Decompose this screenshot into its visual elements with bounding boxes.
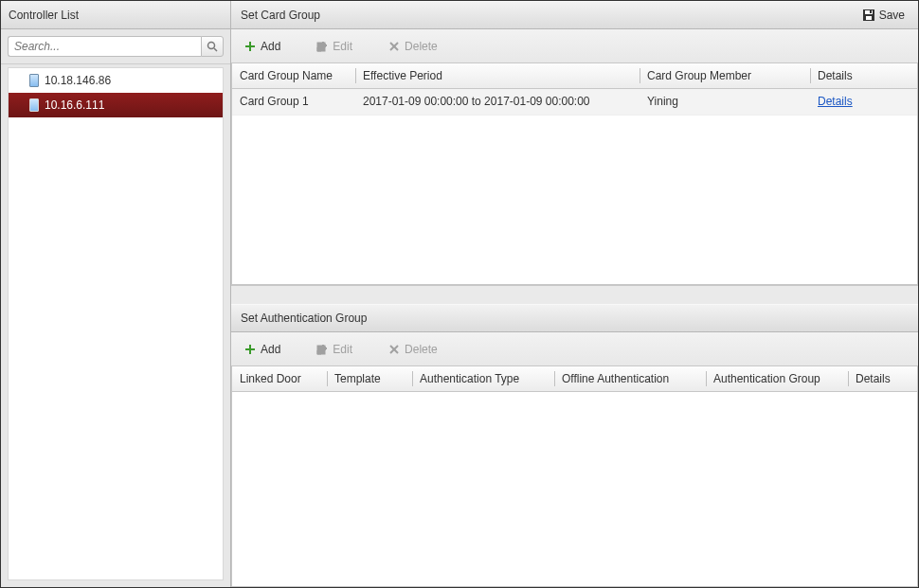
edit-label: Edit (333, 40, 352, 53)
save-label: Save (879, 9, 905, 22)
details-link[interactable]: Details (818, 95, 853, 108)
col-name[interactable]: Card Group Name (232, 63, 355, 88)
device-icon (29, 98, 39, 112)
plus-icon (244, 344, 256, 355)
search-bar (1, 29, 230, 64)
card-group-header: Set Card Group Save (231, 1, 918, 29)
col-member[interactable]: Card Group Member (640, 63, 810, 88)
panel-gap (231, 285, 918, 304)
add-button[interactable]: Add (244, 343, 280, 356)
svg-rect-7 (245, 45, 255, 47)
col-details[interactable]: Details (810, 63, 917, 88)
main-area: Set Card Group Save Add (231, 1, 918, 587)
svg-point-0 (208, 43, 215, 49)
controller-label: 10.16.6.111 (45, 98, 104, 112)
svg-rect-12 (245, 348, 255, 350)
svg-rect-5 (870, 10, 872, 13)
table-row[interactable]: Card Group 1 2017-01-09 00:00:00 to 2017… (232, 88, 917, 115)
delete-icon (388, 41, 400, 52)
save-button[interactable]: Save (858, 7, 909, 24)
delete-button[interactable]: Delete (388, 343, 438, 356)
delete-label: Delete (405, 343, 438, 356)
controller-list: 10.18.146.86 10.16.6.111 (8, 67, 224, 580)
save-icon (862, 9, 875, 22)
col-authtype[interactable]: Authentication Type (412, 366, 554, 391)
auth-group-header: Set Authentication Group (231, 304, 918, 332)
auth-group-table-wrap: Linked Door Template Authentication Type… (231, 366, 918, 587)
card-group-toolbar: Add Edit Delete (231, 29, 918, 63)
card-group-title: Set Card Group (241, 9, 320, 22)
card-group-table: Card Group Name Effective Period Card Gr… (232, 63, 917, 116)
delete-button[interactable]: Delete (388, 40, 438, 53)
controller-list-header: Controller List (1, 1, 230, 29)
col-group[interactable]: Authentication Group (706, 366, 848, 391)
add-label: Add (261, 40, 280, 53)
edit-icon (316, 344, 328, 355)
svg-rect-4 (866, 16, 872, 20)
controller-item[interactable]: 10.18.146.86 (9, 68, 223, 93)
controller-label: 10.18.146.86 (45, 74, 111, 87)
edit-button[interactable]: Edit (316, 40, 352, 53)
auth-group-title: Set Authentication Group (241, 312, 367, 325)
app-root: Controller List 10.18.146.86 10.16.6.111 (0, 0, 919, 588)
col-door[interactable]: Linked Door (232, 366, 327, 391)
delete-label: Delete (405, 40, 438, 53)
col-template[interactable]: Template (327, 366, 412, 391)
cell-period: 2017-01-09 00:00:00 to 2017-01-09 00:00:… (355, 88, 640, 115)
controller-list-title: Controller List (9, 9, 79, 22)
device-icon (29, 74, 39, 87)
col-period[interactable]: Effective Period (355, 63, 640, 88)
search-icon (207, 41, 218, 52)
plus-icon (244, 41, 256, 52)
col-offline[interactable]: Offline Authentication (554, 366, 706, 391)
search-button[interactable] (201, 36, 224, 57)
delete-icon (388, 344, 400, 355)
auth-group-toolbar: Add Edit Delete (231, 332, 918, 366)
cell-name: Card Group 1 (232, 88, 355, 115)
cell-member: Yining (640, 88, 810, 115)
card-group-table-wrap: Card Group Name Effective Period Card Gr… (231, 63, 918, 285)
controller-item[interactable]: 10.16.6.111 (9, 93, 223, 117)
edit-label: Edit (333, 343, 352, 356)
svg-line-1 (214, 48, 217, 51)
add-button[interactable]: Add (244, 40, 280, 53)
search-input[interactable] (8, 36, 201, 57)
add-label: Add (261, 343, 280, 356)
col-details[interactable]: Details (848, 366, 917, 391)
controller-list-sidebar: Controller List 10.18.146.86 10.16.6.111 (1, 1, 231, 587)
edit-button[interactable]: Edit (316, 343, 352, 356)
edit-icon (316, 41, 328, 52)
auth-group-table: Linked Door Template Authentication Type… (232, 366, 917, 392)
